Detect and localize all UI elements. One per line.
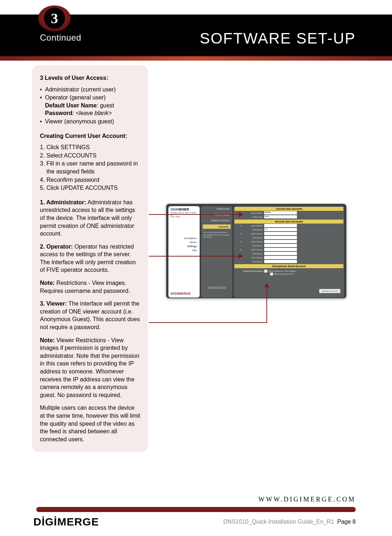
callout-line-3v (266, 287, 267, 323)
checkbox-live-images[interactable] (264, 270, 267, 273)
creating-steps: Click SETTINGS Select ACCOUNTS Fill in a… (40, 143, 141, 192)
para-operator: 2. Operator: Operator has restricted acc… (40, 243, 141, 274)
para-admin: 1. Administrator: Administrator has unre… (40, 199, 141, 238)
page-title: SOFTWARE SET-UP (200, 30, 356, 47)
anon-guest-bar: Anonymous Guest Account (234, 264, 343, 268)
continued-label: Continued (40, 33, 81, 43)
para-multi: Multiple users can access the device at … (40, 404, 141, 443)
note-viewer: Note: Viewer Restrictions - View images … (40, 336, 141, 399)
menu-accounts[interactable]: Accounts (203, 224, 231, 229)
callout-line-1 (149, 214, 240, 215)
current-password-row: Password:••••• (234, 215, 344, 219)
settings-screenshot: DIGIVIEWER Monday, June 02, 2007 4:19:02… (166, 203, 347, 299)
current-password-field[interactable]: ••••• (264, 215, 297, 218)
menu-device-setup[interactable]: Device Setup (201, 212, 232, 218)
footer-bar (36, 507, 356, 512)
levels-heading: 3 Levels of User Access: (40, 74, 141, 82)
level-viewer: Viewer (anonymous guest) (40, 118, 141, 126)
note-operator: Note: Restrictions - View images. Requir… (40, 279, 141, 295)
callout-arrowhead-2 (239, 254, 243, 259)
digiviewer-logo: DIGIVIEWER (168, 206, 200, 212)
level-admin: Administrator (current user) (40, 86, 141, 94)
step-2: Select ACCOUNTS (40, 152, 141, 160)
nav-help[interactable]: Help (168, 248, 197, 252)
levels-list: Administrator (current user) Operator (g… (40, 86, 141, 126)
footer-docid: DNS1010_Quick Installation Guide_En_R1 P… (223, 519, 356, 525)
gen-pw-2[interactable] (264, 236, 297, 239)
menu-network-services[interactable]: Network Services (201, 218, 232, 224)
gen-user-2[interactable] (264, 232, 297, 235)
creating-heading: Creating Current User Account: (40, 132, 141, 140)
callout-arrowhead-1 (239, 212, 243, 217)
gen-pw-4[interactable] (264, 252, 297, 255)
header-accent-bar (0, 56, 392, 61)
level-operator: Operator (general user) Default User Nam… (40, 94, 141, 117)
nav-surveillance[interactable]: Surveillance (168, 236, 197, 240)
step-1: Click SETTINGS (40, 143, 141, 151)
gen-pw-5[interactable] (264, 260, 297, 263)
current-username-row: User Name:admin (234, 211, 344, 215)
para-viewer: 3. Viewer: The interface will permit the… (40, 300, 141, 331)
guest-permissions: Guest Permissions: Allow access to Live … (234, 268, 344, 277)
gen-user-4[interactable] (264, 248, 297, 251)
checkbox-ptz[interactable] (270, 273, 273, 275)
menu-description: Set up security permissions and password… (201, 230, 232, 240)
timestamp: Monday, June 02, 2007 4:19:02pmUser: adm… (168, 212, 200, 219)
gen-user-3[interactable] (264, 240, 297, 243)
step-3: Fill in a user name and password in the … (40, 160, 141, 175)
callout-line-3h (149, 322, 267, 323)
current-user-bar: Current User Account (234, 207, 343, 211)
digimerge-mini-logo: DİGİMERGE (171, 292, 191, 295)
step-number: 3 (44, 8, 65, 29)
nav-motion[interactable]: Motion (168, 240, 197, 244)
screenshot-left-panel: DIGIVIEWER Monday, June 02, 2007 4:19:02… (168, 206, 200, 298)
screenshot-right-panel: Current User Account User Name:admin Pas… (234, 206, 344, 298)
menu-preferences[interactable]: Preferences (201, 206, 232, 212)
update-accounts-button[interactable]: Update Accounts (319, 289, 340, 293)
gen-pw-3[interactable] (264, 244, 297, 247)
instruction-panel: 3 Levels of User Access: Administrator (… (32, 65, 148, 452)
callout-arrowhead-3 (264, 283, 269, 287)
current-username-field[interactable]: admin (264, 211, 297, 214)
gen-user-5[interactable] (264, 256, 297, 259)
gen-user-1[interactable] (264, 224, 297, 227)
advanced-settings-link[interactable]: Advanced Settings (201, 286, 232, 288)
website-url: WWW.DIGIMERGE.COM (258, 496, 356, 503)
step-badge: 3 (38, 5, 71, 32)
step-5: Click UPDATE ACCOUNTS (40, 184, 141, 192)
footer-logo: DİGİMERGE (33, 516, 99, 528)
nav-menu: Surveillance Motion Settings Help (168, 236, 200, 252)
screenshot-mid-panel: Preferences Device Setup Network Service… (201, 206, 232, 298)
callout-line-2 (149, 256, 240, 257)
gen-pw-1[interactable]: ••• (264, 228, 297, 231)
step-4: Reconfirm password (40, 176, 141, 184)
nav-settings[interactable]: Settings (168, 244, 197, 248)
general-user-bar: General User Accounts (234, 220, 343, 224)
